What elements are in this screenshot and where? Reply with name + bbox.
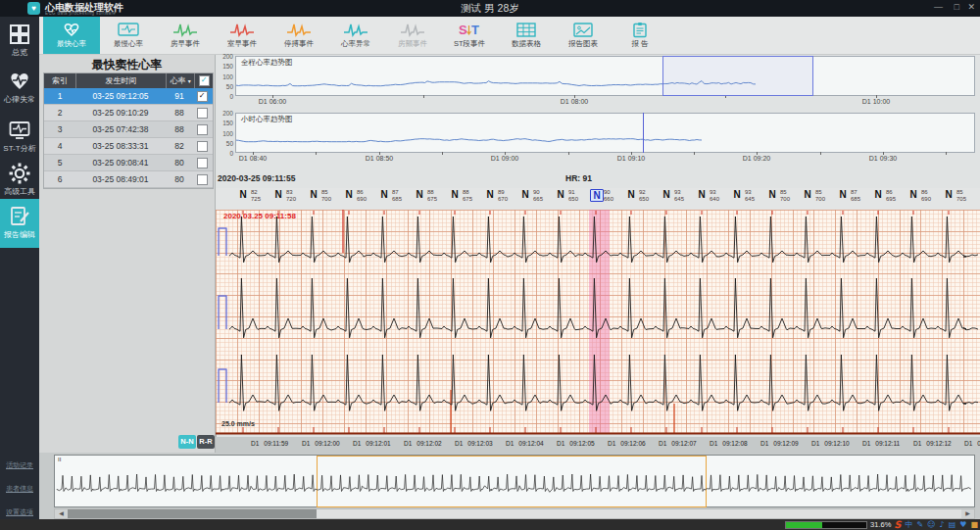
row-checkbox[interactable]: ✓ bbox=[197, 91, 208, 102]
toolbar-item-st-event[interactable]: STST段事件 bbox=[441, 17, 498, 54]
time-tick-value: 09:12:06 bbox=[620, 440, 645, 447]
scroll-right-button[interactable]: ▶ bbox=[961, 509, 974, 518]
time-tick: D109:12:11 bbox=[862, 440, 900, 447]
horizontal-scrollbar[interactable]: ◀ ▶ bbox=[54, 508, 975, 519]
sidebar-item-report-edit[interactable]: 报告编辑 bbox=[0, 199, 39, 248]
trend-line bbox=[236, 114, 974, 152]
time-tick-day: D1 bbox=[659, 440, 666, 447]
toolbar-item-heart-rate-fast[interactable]: 最快心率 bbox=[43, 17, 100, 54]
report-edit-icon bbox=[8, 205, 31, 228]
toolbar-item-af-event[interactable]: 房颤事件 bbox=[384, 17, 441, 54]
beat-values: 87685 bbox=[851, 189, 860, 203]
event-row[interactable]: 403-25 08:33:3182 bbox=[44, 138, 213, 155]
toolbar-item-pvc-event[interactable]: 室早事件 bbox=[214, 17, 270, 54]
beat-rr: 690 bbox=[357, 196, 367, 203]
time-tick-value: 09:12:04 bbox=[518, 440, 543, 447]
sidebar-item-advanced-tools[interactable]: 高级工具 bbox=[0, 156, 39, 199]
scrollbar-thumb[interactable] bbox=[68, 509, 317, 518]
sort-arrow-icon[interactable]: ▾ bbox=[188, 77, 191, 84]
y-axis-tick: 100 bbox=[216, 73, 233, 80]
toolbar-item-label: ST段事件 bbox=[454, 39, 485, 49]
time-tick-value: 09:12:07 bbox=[671, 440, 696, 447]
report-chart-icon bbox=[571, 22, 595, 38]
ecg-strip[interactable]: 2020.03.25 09:11:58 25.0 mm/s bbox=[216, 210, 980, 435]
beat-values: 86690 bbox=[357, 189, 367, 203]
toolbar-item-heart-rate-slow[interactable]: 最慢心率 bbox=[100, 17, 157, 54]
beat-rr: 695 bbox=[886, 196, 896, 203]
beat-hr: 82 bbox=[251, 189, 261, 196]
time-tick-day: D1 bbox=[557, 440, 564, 447]
toolbar-item-report[interactable]: 报 告 bbox=[612, 17, 668, 54]
time-tick-day: D1 bbox=[404, 440, 412, 447]
event-row[interactable]: 203-25 09:10:2988 bbox=[44, 105, 213, 121]
event-row[interactable]: 103-25 09:12:0591✓ bbox=[44, 88, 213, 105]
full-trend-chart[interactable]: 全程心率趋势图 bbox=[235, 56, 975, 96]
sidebar-item-arrhythmia[interactable]: 心律失常 bbox=[0, 64, 39, 113]
time-tick-day: D1 bbox=[251, 440, 259, 447]
header-checkbox[interactable]: ✓ bbox=[199, 75, 210, 86]
maximize-button[interactable]: □ bbox=[955, 2, 959, 12]
close-button[interactable]: ✕ bbox=[967, 2, 975, 12]
favorite-icon[interactable]: ♥ bbox=[959, 519, 966, 530]
beat-values: 91650 bbox=[568, 189, 578, 203]
row-checkbox[interactable] bbox=[197, 141, 208, 152]
column-header-check[interactable]: ✓ bbox=[195, 73, 213, 88]
sidebar-item-overview[interactable]: 总览 bbox=[0, 17, 39, 64]
footer-link-1[interactable]: 患者信息 bbox=[0, 484, 39, 494]
event-row[interactable]: 303-25 07:42:3888 bbox=[44, 121, 213, 138]
beat-values: 86695 bbox=[886, 189, 896, 203]
beat-rr: 685 bbox=[851, 196, 860, 203]
keyboard-icon[interactable]: ▤ bbox=[949, 519, 956, 530]
toolbar-item-pause-event[interactable]: 停搏事件 bbox=[270, 17, 327, 54]
row-checkbox[interactable] bbox=[197, 174, 208, 185]
toolbar-item-label: 停搏事件 bbox=[284, 39, 314, 49]
scroll-left-button[interactable]: ◀ bbox=[55, 509, 68, 518]
sidebar-item-stt-analysis[interactable]: ST-T分析 bbox=[0, 113, 39, 156]
beat-type-label: N bbox=[731, 189, 743, 200]
row-checkbox[interactable] bbox=[197, 124, 208, 135]
rr-interval-button[interactable]: R-R bbox=[197, 435, 215, 449]
row-checkbox[interactable] bbox=[197, 108, 208, 119]
time-tick-value: 09:12:03 bbox=[467, 440, 492, 447]
toolbar-item-report-chart[interactable]: 报告图表 bbox=[555, 17, 612, 54]
ime-lang-icon[interactable]: 中 bbox=[906, 519, 913, 530]
progress-percent: 31.6% bbox=[870, 520, 891, 529]
beat-type-label: N bbox=[872, 189, 884, 200]
event-row[interactable]: 603-25 08:49:0180 bbox=[44, 171, 213, 188]
sogou-logo[interactable]: S bbox=[894, 519, 901, 530]
beat-values: 90660 bbox=[604, 189, 613, 203]
minimize-button[interactable]: — bbox=[934, 2, 943, 12]
toolbar-item-label: 数据表格 bbox=[512, 39, 541, 49]
footer-link-0[interactable]: 活动记录 bbox=[0, 460, 39, 470]
beat-rr: 645 bbox=[745, 196, 755, 203]
overview-strip[interactable]: II bbox=[54, 455, 975, 507]
nn-interval-button[interactable]: N-N bbox=[178, 435, 196, 449]
app-logo-icon: ♥ bbox=[27, 2, 40, 15]
toolbar-item-pac-event[interactable]: 房早事件 bbox=[157, 17, 214, 54]
hour-trend-chart[interactable]: 小时心率趋势图 bbox=[235, 113, 975, 153]
column-header-index[interactable]: 索引 bbox=[44, 73, 76, 88]
event-row-index: 6 bbox=[44, 171, 75, 187]
event-row[interactable]: 503-25 09:08:4180 bbox=[44, 155, 213, 171]
voice-icon[interactable]: ♪ bbox=[940, 519, 945, 530]
beat-hr: 87 bbox=[851, 189, 860, 196]
column-header-hr[interactable]: 心率▾ bbox=[167, 73, 195, 88]
beat-values: 82725 bbox=[251, 189, 261, 203]
beat-rr: 700 bbox=[815, 196, 825, 203]
column-header-time[interactable]: 发生时间 bbox=[76, 73, 167, 88]
trend-selection-box[interactable] bbox=[662, 56, 813, 96]
toolbar-item-data-table[interactable]: 数据表格 bbox=[498, 17, 555, 54]
handwriting-icon[interactable]: ✎ bbox=[917, 519, 924, 530]
y-axis-tick: 100 bbox=[216, 130, 233, 137]
toolbox-icon[interactable]: ■ bbox=[970, 519, 978, 530]
emoji-icon[interactable]: ☺ bbox=[927, 519, 935, 530]
row-checkbox[interactable] bbox=[197, 158, 208, 169]
stt-analysis-icon bbox=[8, 119, 31, 142]
footer-link-2[interactable]: 设置选项 bbox=[0, 507, 39, 517]
toolbar-item-label: 房颤事件 bbox=[398, 39, 427, 49]
toolbar: 最快心率最慢心率房早事件室早事件停搏事件心率异常房颤事件STST段事件数据表格报… bbox=[39, 17, 980, 55]
beat-values: 92650 bbox=[639, 189, 649, 203]
toolbar-item-hr-abnormal[interactable]: 心率异常 bbox=[327, 17, 384, 54]
x-axis-tickmark bbox=[505, 152, 506, 155]
beat-values: 93645 bbox=[745, 189, 755, 203]
